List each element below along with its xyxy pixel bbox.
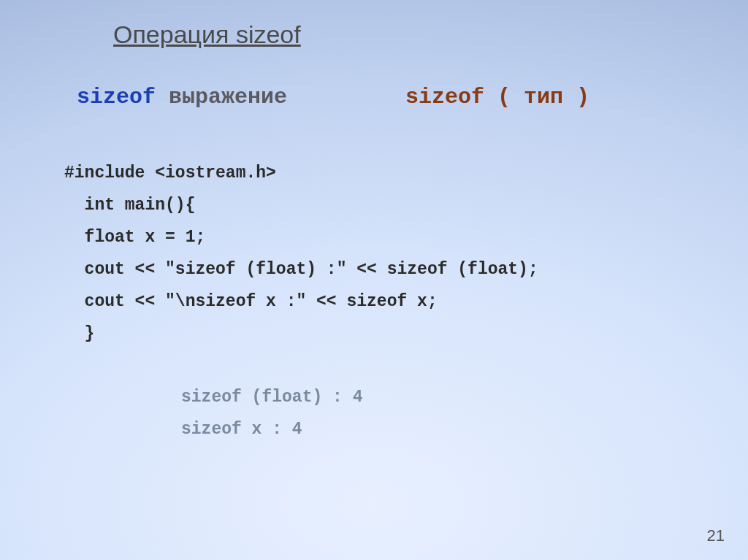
syntax-expression: sizeof выражение	[77, 85, 287, 110]
output-line: sizeof x : 4	[181, 413, 362, 445]
keyword-sizeof-1: sizeof	[77, 85, 156, 110]
output-block: sizeof (float) : 4sizeof x : 4	[181, 381, 362, 445]
keyword-sizeof-2: sizeof	[405, 85, 484, 110]
output-line: sizeof (float) : 4	[181, 381, 362, 413]
code-line: int main(){	[64, 189, 538, 221]
page-number: 21	[707, 526, 725, 545]
syntax-type: sizeof ( тип )	[405, 85, 589, 110]
code-line: float x = 1;	[64, 221, 538, 253]
syntax-type-text: ( тип )	[484, 85, 589, 110]
slide: Операция sizeof sizeof выражение sizeof …	[0, 0, 748, 560]
code-line: cout << "\nsizeof x :" << sizeof x;	[64, 285, 538, 318]
code-block: #include <iostream.h> int main(){ float …	[64, 157, 538, 350]
code-line: #include <iostream.h>	[64, 157, 538, 189]
syntax-expr-text: выражение	[156, 85, 287, 110]
code-line: cout << "sizeof (float) :" << sizeof (fl…	[64, 253, 538, 285]
slide-title: Операция sizeof	[113, 20, 301, 49]
code-line: }	[64, 318, 538, 350]
